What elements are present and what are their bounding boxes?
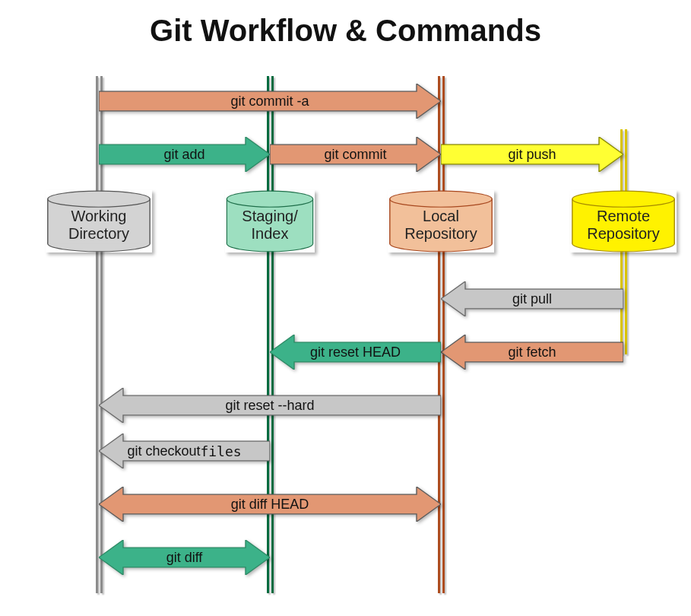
- diagram-stage: Git Workflow & Commands git commit -agit…: [0, 0, 691, 616]
- cylinder-remote-repository: Remote Repository: [570, 190, 677, 252]
- arrow-push: git push: [441, 137, 623, 172]
- svg-marker-10: [99, 540, 270, 575]
- arrow-checkout: git checkout files: [99, 433, 270, 468]
- pole-working: [96, 76, 97, 593]
- arrow-add: git add: [99, 137, 270, 172]
- cylinder-label: Remote Repository: [587, 200, 660, 243]
- svg-marker-4: [441, 281, 623, 316]
- cylinder-local-repository: Local Repository: [388, 190, 494, 252]
- svg-marker-5: [441, 335, 623, 370]
- arrow-reset-hard: git reset --hard: [99, 388, 441, 423]
- page-title: Git Workflow & Commands: [0, 14, 691, 48]
- svg-marker-0: [99, 84, 441, 119]
- arrow-commit: git commit: [270, 137, 441, 172]
- arrow-fetch: git fetch: [441, 335, 623, 370]
- cylinder-label: Local Repository: [404, 200, 477, 243]
- svg-marker-2: [270, 137, 441, 172]
- cylinder-label: Working Directory: [68, 200, 129, 243]
- svg-marker-9: [99, 487, 441, 522]
- svg-marker-7: [99, 388, 441, 423]
- arrow-pull: git pull: [441, 281, 623, 316]
- svg-marker-8: [99, 433, 270, 468]
- svg-marker-3: [441, 137, 623, 172]
- cylinder-label: Staging/ Index: [242, 200, 297, 243]
- arrow-commit-a: git commit -a: [99, 84, 441, 119]
- svg-marker-6: [270, 335, 441, 370]
- arrow-diff: git diff: [99, 540, 270, 575]
- svg-marker-1: [99, 137, 270, 172]
- cylinder-working-directory: Working Directory: [46, 190, 152, 252]
- arrow-reset-head: git reset HEAD: [270, 335, 441, 370]
- cylinder-staging-index: Staging/ Index: [225, 190, 315, 252]
- arrow-diff-head: git diff HEAD: [99, 487, 441, 522]
